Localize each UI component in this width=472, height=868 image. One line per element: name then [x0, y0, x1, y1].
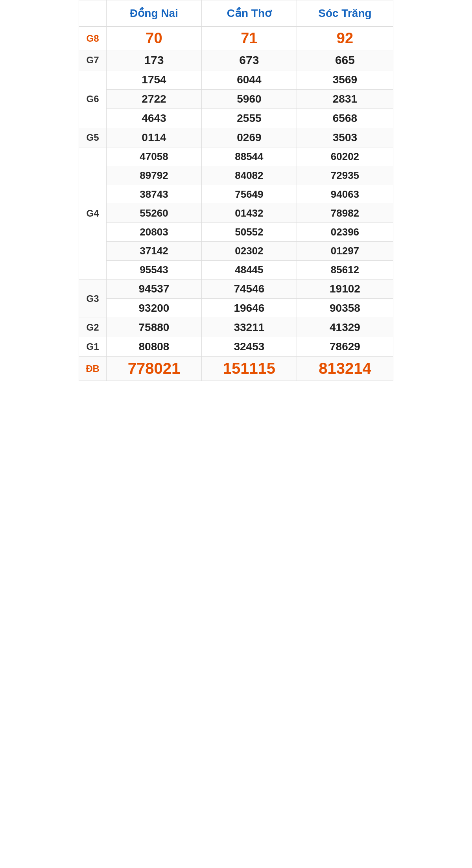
prize-value: 0114 [107, 128, 202, 147]
prize-value: 173 [107, 50, 202, 70]
lottery-table: Đồng Nai Cần Thơ Sóc Trăng G8707192G7173… [79, 0, 393, 381]
prize-label: G7 [79, 50, 107, 70]
prize-label: G1 [79, 337, 107, 357]
prize-value: 778021 [107, 357, 202, 381]
prize-value: 94063 [297, 185, 393, 204]
prize-value: 665 [297, 50, 393, 70]
table-row: 464325556568 [79, 109, 393, 128]
table-row: 371420230201297 [79, 242, 393, 261]
table-row: G5011402693503 [79, 128, 393, 147]
table-row: G6175460443569 [79, 70, 393, 90]
prize-value: 55260 [107, 204, 202, 223]
prize-value: 2555 [201, 109, 297, 128]
prize-value: 48445 [201, 261, 297, 280]
prize-value: 33211 [201, 318, 297, 337]
prize-value: 01297 [297, 242, 393, 261]
table-row: 387437564994063 [79, 185, 393, 204]
table-row: 932001964690358 [79, 299, 393, 318]
prize-value: 72935 [297, 166, 393, 185]
prize-value: 02302 [201, 242, 297, 261]
prize-value: 37142 [107, 242, 202, 261]
prize-value: 20803 [107, 223, 202, 242]
table-row: 955434844585612 [79, 261, 393, 280]
table-row: G4470588854460202 [79, 147, 393, 166]
table-row: G7173673665 [79, 50, 393, 70]
prize-value: 1754 [107, 70, 202, 90]
table-row: G1808083245378629 [79, 337, 393, 357]
prize-value: 6044 [201, 70, 297, 90]
prize-label: G6 [79, 70, 107, 128]
prize-value: 92 [297, 26, 393, 50]
table-row: 272259602831 [79, 90, 393, 109]
prize-value: 2722 [107, 90, 202, 109]
prize-value: 89792 [107, 166, 202, 185]
prize-label: G5 [79, 128, 107, 147]
prize-value: 41329 [297, 318, 393, 337]
prize-label: G4 [79, 147, 107, 280]
header-col3: Sóc Trăng [297, 0, 393, 27]
header-empty [79, 0, 107, 27]
prize-value: 75649 [201, 185, 297, 204]
prize-value: 80808 [107, 337, 202, 357]
prize-value: 78629 [297, 337, 393, 357]
table-row: ĐB778021151115813214 [79, 357, 393, 381]
prize-value: 85612 [297, 261, 393, 280]
prize-value: 38743 [107, 185, 202, 204]
prize-value: 3503 [297, 128, 393, 147]
header-row: Đồng Nai Cần Thơ Sóc Trăng [79, 0, 393, 27]
prize-label: G8 [79, 26, 107, 50]
prize-label: G3 [79, 280, 107, 318]
prize-value: 32453 [201, 337, 297, 357]
table-row: G2758803321141329 [79, 318, 393, 337]
prize-value: 75880 [107, 318, 202, 337]
prize-value: 60202 [297, 147, 393, 166]
prize-value: 47058 [107, 147, 202, 166]
prize-value: 673 [201, 50, 297, 70]
prize-value: 78982 [297, 204, 393, 223]
prize-value: 19646 [201, 299, 297, 318]
prize-value: 70 [107, 26, 202, 50]
prize-value: 5960 [201, 90, 297, 109]
prize-value: 2831 [297, 90, 393, 109]
prize-value: 3569 [297, 70, 393, 90]
prize-value: 95543 [107, 261, 202, 280]
prize-value: 94537 [107, 280, 202, 299]
prize-label: G2 [79, 318, 107, 337]
prize-value: 6568 [297, 109, 393, 128]
prize-value: 90358 [297, 299, 393, 318]
table-row: 208035055202396 [79, 223, 393, 242]
prize-value: 71 [201, 26, 297, 50]
prize-value: 74546 [201, 280, 297, 299]
prize-value: 02396 [297, 223, 393, 242]
table-row: G3945377454619102 [79, 280, 393, 299]
header-col2: Cần Thơ [201, 0, 297, 27]
prize-value: 50552 [201, 223, 297, 242]
prize-value: 4643 [107, 109, 202, 128]
table-row: 552600143278982 [79, 204, 393, 223]
prize-value: 93200 [107, 299, 202, 318]
prize-value: 84082 [201, 166, 297, 185]
prize-value: 813214 [297, 357, 393, 381]
table-row: 897928408272935 [79, 166, 393, 185]
prize-value: 0269 [201, 128, 297, 147]
prize-value: 01432 [201, 204, 297, 223]
prize-label: ĐB [79, 357, 107, 381]
header-col1: Đồng Nai [107, 0, 202, 27]
prize-value: 19102 [297, 280, 393, 299]
prize-value: 88544 [201, 147, 297, 166]
prize-value: 151115 [201, 357, 297, 381]
table-row: G8707192 [79, 26, 393, 50]
